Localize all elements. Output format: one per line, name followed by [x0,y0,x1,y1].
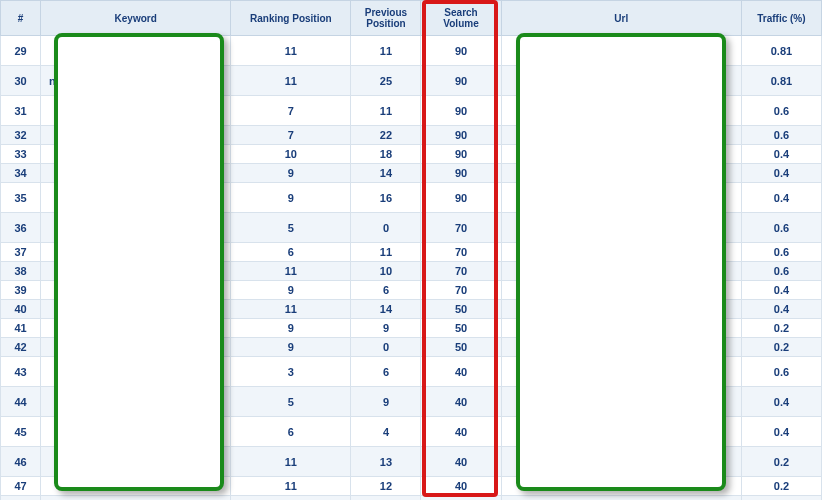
row-num: 31 [1,96,41,126]
row-search-volume: 40 [421,417,501,447]
header-url[interactable]: Url [501,1,741,36]
header-search-volume[interactable]: Search Volume [421,1,501,36]
row-ranking-position: 9 [231,164,351,183]
table-row[interactable]: 401114500.4 [1,300,822,319]
table-row[interactable]: 471112400.2 [1,477,822,496]
row-url [501,319,741,338]
row-num: 39 [1,281,41,300]
row-previous-position: 13 [351,447,421,477]
table-row[interactable]: 30n1125900.81 [1,66,822,96]
row-ranking-position: 9 [231,281,351,300]
ranking-table: # Keyword Ranking Position Previous Posi… [0,0,822,500]
row-keyword [41,387,231,417]
header-traffic[interactable]: Traffic (%) [741,1,821,36]
row-search-volume: 90 [421,164,501,183]
row-ranking-position: 11 [231,66,351,96]
table-row[interactable]: 4336400.6 [1,357,822,387]
row-traffic: 0.6 [741,357,821,387]
row-keyword: n [41,66,231,96]
row-url [501,126,741,145]
row-num: 48 [1,496,41,501]
row-search-volume: 40 [421,387,501,417]
row-ranking-position: 7 [231,126,351,145]
row-previous-position: 9 [351,319,421,338]
row-previous-position: 13 [351,496,421,501]
table-row[interactable]: 4564400.4 [1,417,822,447]
row-keyword [41,36,231,66]
row-traffic: 0.2 [741,477,821,496]
row-url [501,281,741,300]
row-search-volume: 90 [421,66,501,96]
row-previous-position: 14 [351,300,421,319]
table-row[interactable]: 461113400.2 [1,447,822,477]
row-search-volume: 50 [421,300,501,319]
table-row[interactable]: 331018900.4 [1,145,822,164]
header-num[interactable]: # [1,1,41,36]
row-traffic: 0.6 [741,213,821,243]
row-previous-position: 0 [351,213,421,243]
row-ranking-position: 6 [231,243,351,262]
row-num: 30 [1,66,41,96]
row-url [501,387,741,417]
table-row[interactable]: 34914900.4 [1,164,822,183]
row-num: 35 [1,183,41,213]
table-row[interactable]: 4290500.2 [1,338,822,357]
row-search-volume: 70 [421,281,501,300]
table-row[interactable]: 481113400.2 [1,496,822,501]
row-url [501,243,741,262]
row-previous-position: 18 [351,145,421,164]
row-search-volume: 90 [421,126,501,145]
row-traffic: 0.6 [741,243,821,262]
row-num: 46 [1,447,41,477]
row-num: 38 [1,262,41,281]
row-previous-position: 6 [351,281,421,300]
row-url [501,145,741,164]
table-row[interactable]: 35916900.4 [1,183,822,213]
row-keyword [41,183,231,213]
row-ranking-position: 11 [231,477,351,496]
row-keyword [41,300,231,319]
row-previous-position: 0 [351,338,421,357]
row-keyword [41,319,231,338]
row-ranking-position: 5 [231,387,351,417]
row-previous-position: 4 [351,417,421,447]
row-search-volume: 50 [421,319,501,338]
row-keyword [41,447,231,477]
row-previous-position: 12 [351,477,421,496]
row-num: 47 [1,477,41,496]
row-num: 34 [1,164,41,183]
row-traffic: 0.4 [741,164,821,183]
row-keyword [41,145,231,164]
table-row[interactable]: 3650700.6 [1,213,822,243]
row-url [501,447,741,477]
row-previous-position: 11 [351,243,421,262]
row-url [501,496,741,501]
row-search-volume: 70 [421,262,501,281]
table-row[interactable]: 4199500.2 [1,319,822,338]
header-ranking-position[interactable]: Ranking Position [231,1,351,36]
table-row[interactable]: 32722900.6 [1,126,822,145]
row-url [501,262,741,281]
row-keyword [41,338,231,357]
row-num: 41 [1,319,41,338]
table-row[interactable]: 37611700.6 [1,243,822,262]
row-num: 29 [1,36,41,66]
table-row[interactable]: 381110700.6 [1,262,822,281]
table-row[interactable]: 4459400.4 [1,387,822,417]
row-search-volume: 90 [421,36,501,66]
row-ranking-position: 10 [231,145,351,164]
row-traffic: 0.2 [741,319,821,338]
row-url [501,213,741,243]
row-num: 44 [1,387,41,417]
row-traffic: 0.4 [741,417,821,447]
row-ranking-position: 9 [231,183,351,213]
header-keyword[interactable]: Keyword [41,1,231,36]
table-row[interactable]: 291111900.81 [1,36,822,66]
row-previous-position: 25 [351,66,421,96]
table-row[interactable]: 31711900.6 [1,96,822,126]
row-ranking-position: 11 [231,36,351,66]
row-previous-position: 11 [351,96,421,126]
table-row[interactable]: 3996700.4 [1,281,822,300]
row-search-volume: 40 [421,477,501,496]
header-previous-position[interactable]: Previous Position [351,1,421,36]
